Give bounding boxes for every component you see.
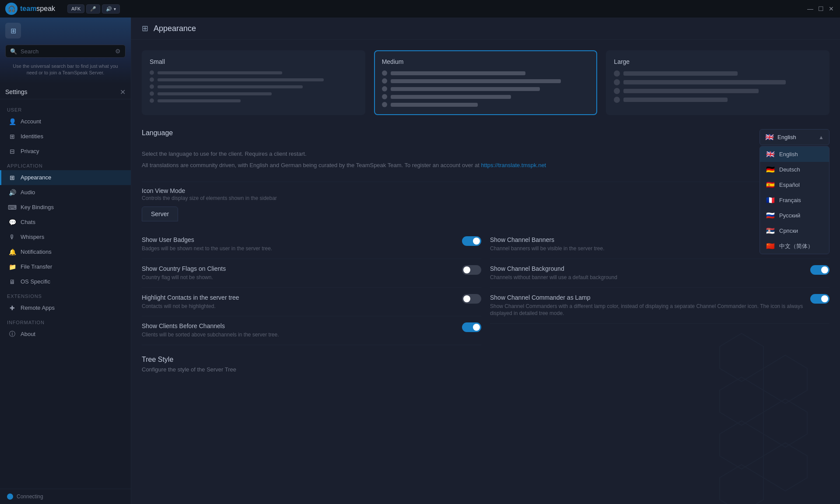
- page-header: ⊞ Appearance: [131, 18, 840, 40]
- sidebar-item-about[interactable]: ⓘ About: [0, 327, 131, 342]
- icon-view-info: Icon View Mode Controls the display size…: [142, 187, 277, 201]
- tree-style-section: Tree Style Configure the style of the Se…: [142, 356, 830, 373]
- toggle-switch-highlight-contacts[interactable]: [462, 294, 481, 304]
- appearance-icon: ⊞: [8, 174, 16, 182]
- tree-style-title: Tree Style: [142, 356, 830, 364]
- svg-marker-2: [720, 377, 763, 425]
- toggle-label: Show Channel Commander as Lamp: [490, 294, 803, 301]
- size-card-medium-preview: [382, 70, 590, 107]
- sidebar-item-filetransfer[interactable]: 📁 File Transfer: [0, 259, 131, 274]
- tab-server[interactable]: Server: [142, 206, 178, 221]
- sidebar-bottom: Connecting: [0, 489, 131, 504]
- svg-marker-5: [763, 443, 807, 491]
- main-content: ⊞ Appearance Small: [131, 18, 840, 504]
- tree-style-desc: Configure the style of the Server Tree: [142, 366, 830, 373]
- lang-label-francais: Français: [779, 197, 801, 203]
- afk-label: AFK: [71, 6, 80, 11]
- lang-option-deutsch[interactable]: 🇩🇪 Deutsch: [760, 162, 829, 177]
- sidebar-item-label: Notifications: [21, 248, 52, 255]
- volume-button[interactable]: 🔊 ▾: [102, 4, 120, 14]
- content-area: Small Medium: [131, 40, 840, 504]
- sidebar-item-appearance[interactable]: ⊞ Appearance: [0, 170, 131, 185]
- toggle-switch-show-user-badges[interactable]: [462, 236, 481, 246]
- toggle-label: Show Country Flags on Clients: [142, 265, 455, 272]
- chevron-up-icon: ▲: [819, 134, 824, 140]
- sidebar-item-notifications[interactable]: 🔔 Notifications: [0, 245, 131, 259]
- filetransfer-icon: 📁: [8, 263, 16, 271]
- sidebar-item-label: OS Specific: [21, 278, 50, 285]
- size-card-small-preview: [150, 70, 357, 103]
- size-card-small[interactable]: Small: [142, 50, 365, 115]
- flag-english: 🇬🇧: [766, 150, 775, 158]
- toggle-label: Show Channel Background: [490, 265, 803, 272]
- selected-lang-name: English: [777, 134, 796, 140]
- size-card-small-label: Small: [150, 58, 357, 65]
- toggle-desc: Channels without banner will use a defau…: [490, 274, 803, 281]
- close-settings-button[interactable]: ✕: [120, 88, 126, 96]
- window-controls: — ☐ ✕: [807, 5, 835, 12]
- sidebar-item-osspecific[interactable]: 🖥 OS Specific: [0, 274, 131, 289]
- size-card-large[interactable]: Large: [606, 50, 830, 115]
- sidebar-item-identities[interactable]: ⊞ Identities: [0, 129, 131, 144]
- sidebar-item-label: Privacy: [21, 148, 39, 154]
- title-bar-left: 🎧 teamspeak AFK 🎤 🔊 ▾: [5, 3, 120, 15]
- status-dot: [7, 494, 13, 500]
- page-header-icon: ⊞: [142, 24, 148, 33]
- account-icon: 👤: [8, 118, 16, 126]
- lang-option-russian[interactable]: 🇷🇺 Русский: [760, 208, 829, 223]
- toggle-switch-show-country-flags[interactable]: [462, 265, 481, 275]
- lang-option-english[interactable]: 🇬🇧 English: [760, 147, 829, 162]
- sidebar-item-label: Chats: [21, 219, 35, 225]
- sidebar-item-whispers[interactable]: 🎙 Whispers: [0, 230, 131, 245]
- logo-text: teamspeak: [20, 5, 55, 13]
- sidebar-item-audio[interactable]: 🔊 Audio: [0, 185, 131, 200]
- sidebar-item-privacy[interactable]: ⊟ Privacy: [0, 144, 131, 159]
- sidebar-item-label: Appearance: [21, 174, 51, 181]
- lang-option-espanol[interactable]: 🇪🇸 Español: [760, 177, 829, 192]
- svg-marker-4: [720, 421, 763, 469]
- logo-icon: 🎧: [5, 3, 18, 15]
- toggle-label: Show User Badges: [142, 236, 455, 243]
- sidebar-item-remoteapps[interactable]: ✚ Remote Apps: [0, 301, 131, 315]
- settings-header: Settings ✕: [0, 84, 131, 99]
- lang-label-espanol: Español: [779, 182, 800, 188]
- lang-option-serbian[interactable]: 🇷🇸 Српски: [760, 223, 829, 238]
- language-header-row: Language 🇬🇧 English ▲: [142, 129, 830, 145]
- privacy-icon: ⊟: [8, 147, 16, 155]
- toggle-show-channel-background: Show Channel Background Channels without…: [490, 259, 830, 288]
- maximize-button[interactable]: ☐: [817, 5, 824, 12]
- sidebar-item-keybindings[interactable]: ⌨ Key Bindings: [0, 200, 131, 215]
- sidebar-item-account[interactable]: 👤 Account: [0, 114, 131, 129]
- mic-button[interactable]: 🎤: [86, 4, 100, 14]
- toggle-show-clients-before-channels: Show Clients Before Channels Clients wil…: [142, 316, 481, 345]
- close-button[interactable]: ✕: [828, 5, 835, 12]
- translate-link[interactable]: https://translate.tmspk.net: [481, 162, 546, 168]
- toggle-label: Highlight Contacts in the server tree: [142, 294, 455, 301]
- toggle-switch-show-channel-background[interactable]: [810, 265, 830, 275]
- sidebar-item-label: Remote Apps: [21, 304, 55, 311]
- minimize-button[interactable]: —: [807, 5, 814, 12]
- lang-option-chinese[interactable]: 🇨🇳 中文（简体）: [760, 238, 829, 254]
- toggle-thumb: [473, 238, 480, 245]
- sidebar-item-chats[interactable]: 💬 Chats: [0, 215, 131, 230]
- afk-button[interactable]: AFK: [67, 4, 84, 13]
- flag-russian: 🇷🇺: [766, 211, 775, 220]
- sidebar-icon-grid[interactable]: ⊞: [5, 23, 21, 38]
- language-dropdown-button[interactable]: 🇬🇧 English ▲: [760, 129, 830, 145]
- toggle-switch-show-clients-before-channels[interactable]: [462, 322, 481, 332]
- server-settings-left: Show User Badges Badges will be shown ne…: [142, 230, 481, 345]
- size-card-medium[interactable]: Medium: [374, 50, 598, 115]
- toggle-switch-show-channel-commander-lamp[interactable]: [810, 294, 830, 304]
- search-bar[interactable]: 🔍 ⚙: [5, 45, 126, 58]
- toggle-label: Show Clients Before Channels: [142, 322, 455, 329]
- title-bar: 🎧 teamspeak AFK 🎤 🔊 ▾ — ☐ ✕: [0, 0, 840, 18]
- gear-icon[interactable]: ⚙: [115, 48, 121, 55]
- lang-option-francais[interactable]: 🇫🇷 Français: [760, 192, 829, 208]
- search-input[interactable]: [21, 48, 112, 55]
- toggle-desc: Channel banners will be visible in the s…: [490, 245, 803, 252]
- size-card-medium-label: Medium: [382, 58, 590, 65]
- chats-icon: 💬: [8, 218, 16, 226]
- server-settings-grid: Show User Badges Badges will be shown ne…: [142, 230, 830, 345]
- notifications-icon: 🔔: [8, 248, 16, 256]
- toggle-thumb: [463, 266, 470, 273]
